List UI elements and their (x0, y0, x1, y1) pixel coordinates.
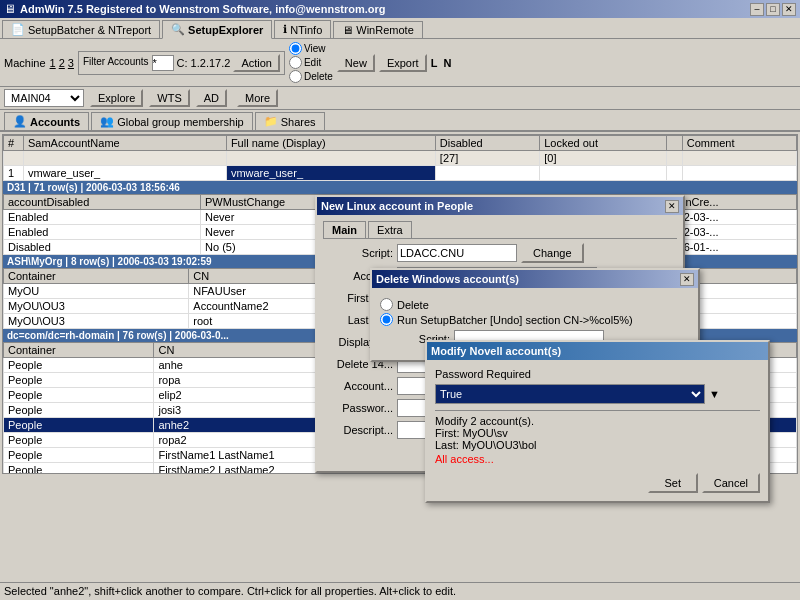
status-bar: Selected "anhe2", shift+click another to… (0, 582, 800, 600)
col-locked[interactable]: Locked out (540, 136, 667, 151)
account2-label: Account... (323, 380, 393, 392)
novell-dialog-body: Password Required True False ▼ Modify 2 … (427, 360, 768, 501)
change-button[interactable]: Change (521, 243, 584, 263)
delete-radio-row: Delete (380, 298, 690, 311)
tab-accounts[interactable]: 👤 Accounts (4, 112, 89, 130)
novell-dialog-buttons: Set Cancel (435, 473, 760, 493)
explore-button[interactable]: Explore (90, 89, 143, 107)
script-label: Script: (323, 247, 393, 259)
linux-close-button[interactable]: ✕ (665, 200, 679, 213)
window-controls: – □ ✕ (750, 3, 796, 16)
novell-dialog[interactable]: Modify Novell account(s) Password Requir… (425, 340, 770, 503)
window-title-bar: 🖥 AdmWin 7.5 Registered to Wennstrom Sof… (0, 0, 800, 18)
setup-explorer-icon: 🔍 (171, 23, 185, 36)
novell-modify-info: Modify 2 account(s). (435, 415, 760, 427)
linux-dialog-title: New Linux account in People ✕ (317, 197, 683, 215)
novell-last-info: Last: MyOU\OU3\bol (435, 439, 760, 451)
run-radio[interactable] (380, 313, 393, 326)
main-tab-bar: 📄 SetupBatcher & NTreport 🔍 SetupExplore… (0, 18, 800, 39)
export-button[interactable]: Export (379, 54, 427, 72)
dropdown-arrow-icon: ▼ (709, 388, 720, 400)
winremote-icon: 🖥 (342, 24, 353, 36)
run-radio-label: Run SetupBatcher [Undo] section CN->%col… (397, 314, 633, 326)
linux-tab-extra[interactable]: Extra (368, 221, 412, 238)
col-flag (666, 136, 682, 151)
action-button[interactable]: Action (233, 54, 280, 72)
section-tab-bar: 👤 Accounts 👥 Global group membership 📁 S… (0, 110, 800, 132)
script-row: Script: Change (323, 243, 677, 263)
maximize-button[interactable]: □ (766, 3, 780, 16)
filter-label: Filter Accounts (83, 56, 149, 67)
group-header-d31: D31 | 71 row(s) | 2006-03-03 18:56:46 (3, 181, 797, 194)
delete-dialog-title: Delete Windows account(s) ✕ (372, 270, 698, 288)
novell-value-row: True False ▼ (435, 384, 760, 404)
novell-dialog-title: Modify Novell account(s) (427, 342, 768, 360)
tab-ntinfo[interactable]: ℹ NTinfo (274, 20, 331, 38)
novell-separator (435, 410, 760, 411)
col-num: # (4, 136, 24, 151)
delete-close-button[interactable]: ✕ (680, 273, 694, 286)
page-2[interactable]: 2 (59, 57, 65, 69)
window-title: AdmWin 7.5 Registered to Wennstrom Softw… (20, 3, 386, 15)
setup-batcher-icon: 📄 (11, 23, 25, 36)
radio-delete[interactable]: Delete (289, 70, 333, 83)
novell-set-button[interactable]: Set (648, 473, 698, 493)
app-icon: 🖥 (4, 2, 16, 16)
table-row[interactable]: 1 vmware_user_ vmware_user_ (4, 166, 797, 181)
linux-tab-main[interactable]: Main (323, 221, 366, 238)
novell-all-access: All access... (435, 453, 760, 465)
password-required-label: Password Required (435, 368, 760, 380)
accounts-icon: 👤 (13, 115, 27, 128)
global-group-icon: 👥 (100, 115, 114, 128)
ad-button[interactable]: AD (196, 89, 227, 107)
col-sam[interactable]: SamAccountName (24, 136, 227, 151)
disabled-count: [27] (435, 151, 539, 166)
n-label: N (443, 57, 451, 69)
tab-setup-explorer[interactable]: 🔍 SetupExplorer (162, 20, 272, 39)
filter-ip-label: C: 1.2.17.2 (177, 57, 231, 69)
password-label: Passwor... (323, 402, 393, 414)
page-3[interactable]: 3 (68, 57, 74, 69)
ln-area: L N (431, 57, 452, 69)
close-button[interactable]: ✕ (782, 3, 796, 16)
tab-global-group[interactable]: 👥 Global group membership (91, 112, 253, 130)
status-text: Selected "anhe2", shift+click another to… (4, 585, 456, 597)
accounts-table: # SamAccountName Full name (Display) Dis… (3, 135, 797, 181)
filter-input[interactable] (152, 55, 174, 71)
minimize-button[interactable]: – (750, 3, 764, 16)
machine-combo[interactable]: MAIN04 (4, 89, 84, 107)
wts-button[interactable]: WTS (149, 89, 189, 107)
toolbar: Machine 1 2 3 Filter Accounts C: 1.2.17.… (0, 39, 800, 87)
radio-edit[interactable]: Edit (289, 56, 333, 69)
radio-view[interactable]: View (289, 42, 333, 55)
novell-value-select[interactable]: True False (435, 384, 705, 404)
ntinfo-icon: ℹ (283, 23, 287, 36)
col-fullname[interactable]: Full name (Display) (226, 136, 435, 151)
description-label: Descript... (323, 424, 393, 436)
locked-count: [0] (540, 151, 667, 166)
view-mode-radio-group: View Edit Delete (289, 42, 333, 83)
machine-label: Machine (4, 57, 46, 69)
delete-radio-label: Delete (397, 299, 429, 311)
delete-title-text: Delete Windows account(s) (376, 273, 519, 285)
novell-cancel-button[interactable]: Cancel (702, 473, 760, 493)
more-button[interactable]: More (237, 89, 278, 107)
tab-winremote[interactable]: 🖥 WinRemote (333, 21, 422, 38)
page-1[interactable]: 1 (50, 57, 56, 69)
col-comment[interactable]: Comment (682, 136, 796, 151)
script-input[interactable] (397, 244, 517, 262)
delete-radio[interactable] (380, 298, 393, 311)
novell-first-info: First: MyOU\sv (435, 427, 760, 439)
tab-setup-batcher[interactable]: 📄 SetupBatcher & NTreport (2, 20, 160, 38)
linux-dialog-tabs: Main Extra (323, 221, 677, 239)
novell-title-text: Modify Novell account(s) (431, 345, 561, 357)
toolbar-row2: MAIN04 Explore WTS AD More (0, 87, 800, 110)
machine-group: Machine (4, 57, 46, 69)
new-button[interactable]: New (337, 54, 375, 72)
page-numbers: 1 2 3 (50, 57, 74, 69)
shares-icon: 📁 (264, 115, 278, 128)
col-disabled[interactable]: Disabled (435, 136, 539, 151)
l-label: L (431, 57, 438, 69)
tab-shares[interactable]: 📁 Shares (255, 112, 325, 130)
linux-title-text: New Linux account in People (321, 200, 473, 212)
